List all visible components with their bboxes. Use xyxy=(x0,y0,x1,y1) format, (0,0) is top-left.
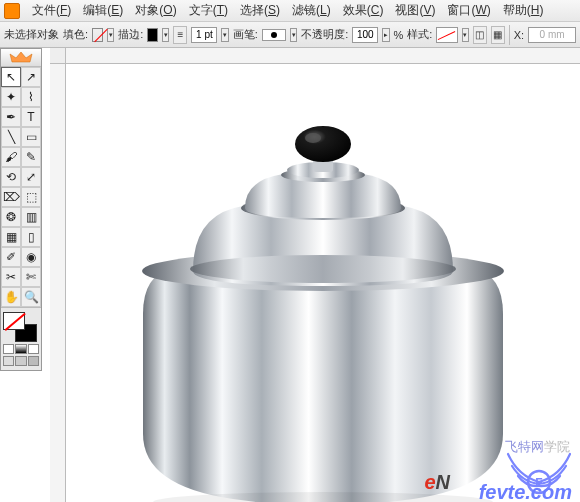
menu-type[interactable]: 文字(T) xyxy=(183,2,234,19)
mesh-tool-icon[interactable]: ▦ xyxy=(1,227,21,247)
artboard[interactable]: eN 飞特网学院 F fevte.com xyxy=(66,64,580,502)
color-mode-none-icon[interactable] xyxy=(28,344,39,354)
slice-tool-icon[interactable]: ✂ xyxy=(1,267,21,287)
stroke-weight-field[interactable] xyxy=(191,27,217,43)
menu-edit[interactable]: 编辑(E) xyxy=(77,2,129,19)
scale-tool-icon[interactable]: ⤢ xyxy=(21,167,41,187)
foreground-color-swatch[interactable] xyxy=(3,312,25,330)
menu-object[interactable]: 对象(O) xyxy=(129,2,182,19)
hand-tool-icon[interactable]: ✋ xyxy=(1,287,21,307)
opacity-dropdown-icon[interactable]: ▸ xyxy=(382,28,389,42)
warp-tool-icon[interactable]: ⌦ xyxy=(1,187,21,207)
opacity-label: 不透明度: xyxy=(301,27,348,42)
menu-file[interactable]: 文件(F) xyxy=(26,2,77,19)
brush-label: 画笔: xyxy=(233,27,258,42)
x-field[interactable] xyxy=(528,27,576,43)
menu-help[interactable]: 帮助(H) xyxy=(497,2,550,19)
brush-dropdown-icon[interactable]: ▾ xyxy=(290,28,297,42)
selection-status: 未选择对象 xyxy=(4,27,59,42)
screen-mode-normal-icon[interactable] xyxy=(3,356,14,366)
line-tool-icon[interactable]: ╲ xyxy=(1,127,21,147)
x-label: X: xyxy=(514,29,524,41)
screen-mode-present-icon[interactable] xyxy=(28,356,39,366)
stroke-weight-icon[interactable]: ≡ xyxy=(173,26,187,44)
fill-label: 填色: xyxy=(63,27,88,42)
enet-watermark: eN xyxy=(424,471,450,494)
brush-preview[interactable] xyxy=(262,29,286,41)
fill-stroke-swatches[interactable] xyxy=(3,312,37,342)
stroke-label: 描边: xyxy=(118,27,143,42)
rotate-tool-icon[interactable]: ⟲ xyxy=(1,167,21,187)
scissors-tool-icon[interactable]: ✄ xyxy=(21,267,41,287)
toolbox: ↖ ↗ ✦ ⌇ ✒ T ╲ ▭ 🖌 ✎ ⟲ ⤢ ⌦ ⬚ ❂ ▥ ▦ ▯ ✐ ◉ … xyxy=(0,48,42,371)
stroke-dropdown-icon[interactable]: ▾ xyxy=(162,28,169,42)
rectangle-tool-icon[interactable]: ▭ xyxy=(21,127,41,147)
align-icon[interactable]: ◫ xyxy=(473,26,487,44)
style-swatch[interactable] xyxy=(436,27,457,43)
watermark-url: fevte.com xyxy=(479,481,572,502)
menu-window[interactable]: 窗口(W) xyxy=(441,2,496,19)
menu-bar: 文件(F) 编辑(E) 对象(O) 文字(T) 选择(S) 滤镜(L) 效果(C… xyxy=(0,0,580,22)
menu-select[interactable]: 选择(S) xyxy=(234,2,286,19)
opacity-suffix: % xyxy=(394,29,404,41)
graph-tool-icon[interactable]: ▥ xyxy=(21,207,41,227)
zoom-tool-icon[interactable]: 🔍 xyxy=(21,287,41,307)
separator xyxy=(509,25,510,45)
lasso-tool-icon[interactable]: ⌇ xyxy=(21,87,41,107)
vertical-ruler[interactable] xyxy=(50,64,66,502)
brush-tool-icon[interactable]: 🖌 xyxy=(1,147,21,167)
menu-view[interactable]: 视图(V) xyxy=(389,2,441,19)
app-logo-icon xyxy=(4,3,20,19)
color-mode-solid-icon[interactable] xyxy=(3,344,14,354)
menu-effect[interactable]: 效果(C) xyxy=(337,2,390,19)
stroke-swatch[interactable] xyxy=(147,28,158,42)
brush-dot-icon xyxy=(271,32,277,38)
opacity-field[interactable] xyxy=(352,27,378,43)
fill-swatch[interactable] xyxy=(92,28,103,42)
horizontal-ruler[interactable] xyxy=(66,48,580,64)
document-window: eN 飞特网学院 F fevte.com xyxy=(50,48,580,502)
blend-tool-icon[interactable]: ◉ xyxy=(21,247,41,267)
toolbox-header-icon[interactable] xyxy=(1,49,41,67)
selection-tool-icon[interactable]: ↖ xyxy=(1,67,21,87)
direct-select-tool-icon[interactable]: ↗ xyxy=(21,67,41,87)
free-transform-tool-icon[interactable]: ⬚ xyxy=(21,187,41,207)
pen-tool-icon[interactable]: ✒ xyxy=(1,107,21,127)
color-section xyxy=(1,307,41,370)
gradient-tool-icon[interactable]: ▯ xyxy=(21,227,41,247)
style-dropdown-icon[interactable]: ▾ xyxy=(462,28,469,42)
ruler-origin[interactable] xyxy=(50,48,66,64)
magic-wand-tool-icon[interactable]: ✦ xyxy=(1,87,21,107)
eyedropper-tool-icon[interactable]: ✐ xyxy=(1,247,21,267)
pencil-tool-icon[interactable]: ✎ xyxy=(21,147,41,167)
menu-filter[interactable]: 滤镜(L) xyxy=(286,2,337,19)
svg-point-6 xyxy=(295,126,351,162)
color-mode-gradient-icon[interactable] xyxy=(15,344,26,354)
svg-point-7 xyxy=(305,133,321,143)
transform-icon[interactable]: ▦ xyxy=(491,26,505,44)
type-tool-icon[interactable]: T xyxy=(21,107,41,127)
fill-dropdown-icon[interactable]: ▾ xyxy=(107,28,114,42)
screen-mode-full-icon[interactable] xyxy=(15,356,26,366)
options-bar: 未选择对象 填色: ▾ 描边: ▾ ≡ ▾ 画笔: ▾ 不透明度: ▸ % 样式… xyxy=(0,22,580,48)
style-label: 样式: xyxy=(407,27,432,42)
symbol-tool-icon[interactable]: ❂ xyxy=(1,207,21,227)
pot-illustration xyxy=(113,114,533,502)
stroke-weight-dropdown-icon[interactable]: ▾ xyxy=(221,28,228,42)
svg-point-1 xyxy=(190,255,456,283)
